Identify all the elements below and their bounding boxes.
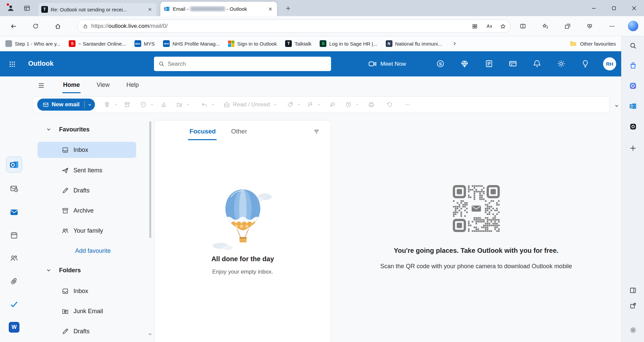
add-favourite-button[interactable]: Add favourite xyxy=(75,243,111,259)
folder-inbox[interactable]: Inbox xyxy=(38,283,136,299)
payments-icon[interactable] xyxy=(506,57,520,70)
sidebar-popout-icon[interactable] xyxy=(626,299,640,312)
mail-icon[interactable] xyxy=(7,206,21,219)
read-unread-dropdown-icon[interactable] xyxy=(273,99,278,110)
settings-gear-icon[interactable] xyxy=(554,57,568,70)
refresh-button[interactable] xyxy=(30,20,42,32)
delete-button[interactable] xyxy=(102,99,112,110)
folder-pane-scrollbar[interactable] xyxy=(149,121,152,339)
snooze-button[interactable] xyxy=(343,99,354,110)
move-to-dropdown-icon[interactable] xyxy=(185,99,191,110)
address-bar[interactable]: https://outlook.live.com/mail/0/ xyxy=(77,19,511,33)
undo-button[interactable] xyxy=(384,99,395,110)
favorite-item[interactable]: S~ Santander Online... xyxy=(69,40,126,47)
read-unread-button[interactable]: Read / Unread xyxy=(222,101,272,108)
maximize-button[interactable] xyxy=(604,0,624,16)
browser-tab-inactive[interactable]: T Re: Outlook not sending or recei... xyxy=(38,2,157,16)
other-favourites-button[interactable]: Other favourites xyxy=(570,41,616,47)
tips-lightbulb-icon[interactable] xyxy=(579,57,592,70)
read-aloud-icon[interactable] xyxy=(483,21,494,32)
workspaces-icon[interactable] xyxy=(21,3,32,13)
sidebar-add-icon[interactable] xyxy=(626,141,640,155)
tab-other[interactable]: Other xyxy=(231,128,247,135)
filter-icon[interactable] xyxy=(311,126,321,136)
browser-tab-active[interactable]: Email - - Outlook xyxy=(160,2,277,16)
premium-diamond-icon[interactable] xyxy=(458,57,471,70)
sidebar-settings-icon[interactable] xyxy=(626,323,640,337)
attachments-icon[interactable] xyxy=(7,275,21,288)
favorites-icon[interactable] xyxy=(539,20,551,32)
account-avatar[interactable]: RH xyxy=(603,57,616,70)
settings-menu-icon[interactable] xyxy=(606,20,618,32)
tab-home[interactable]: Home xyxy=(62,78,80,93)
app-launcher-icon[interactable] xyxy=(4,56,20,72)
favorite-item[interactable]: NHSNHS Profile Manag... xyxy=(163,40,220,47)
favorite-item[interactable]: BSAMYS xyxy=(135,40,155,47)
favourite-inbox[interactable]: Inbox xyxy=(38,142,136,158)
favourite-archive[interactable]: Archive xyxy=(38,203,136,219)
sidebar-m365-icon[interactable] xyxy=(626,79,640,93)
tab-close-icon[interactable] xyxy=(267,6,274,12)
favorite-item[interactable]: NNational flu immuni... xyxy=(386,40,442,47)
rail-outlook-button[interactable] xyxy=(6,157,22,173)
folder-pane-toggle-icon[interactable] xyxy=(34,78,48,93)
calendar-icon[interactable] xyxy=(7,229,21,242)
back-button[interactable] xyxy=(7,20,19,32)
home-button[interactable] xyxy=(52,20,64,32)
favourite-your-family[interactable]: Your family xyxy=(38,223,136,239)
move-to-button[interactable] xyxy=(174,99,185,110)
favourite-sent-items[interactable]: Sent Items xyxy=(38,162,136,178)
new-email-dropdown-icon[interactable] xyxy=(85,99,95,111)
favorite-item[interactable]: Step 1 - Who are y... xyxy=(5,40,60,47)
word-icon[interactable]: W xyxy=(9,322,19,333)
browser-essentials-icon[interactable] xyxy=(584,20,596,32)
categorize-button[interactable] xyxy=(285,99,296,110)
minimize-button[interactable] xyxy=(584,0,604,16)
outlook-wordmark[interactable]: Outlook xyxy=(28,60,54,67)
favourites-section-header[interactable]: Favourites xyxy=(46,122,90,137)
skype-icon[interactable]: S xyxy=(434,57,447,70)
reply-button[interactable] xyxy=(199,99,210,110)
pin-button[interactable] xyxy=(327,99,338,110)
notifications-bell-icon[interactable] xyxy=(530,57,544,70)
search-box[interactable] xyxy=(154,57,331,71)
flag-dropdown-icon[interactable] xyxy=(316,99,322,110)
copilot-icon[interactable] xyxy=(628,21,638,31)
tab-view[interactable]: View xyxy=(96,78,110,93)
favorite-item[interactable]: SLog in to Sage HR |... xyxy=(320,40,377,47)
more-commands-icon[interactable] xyxy=(402,99,413,110)
toolbar-collapse-icon[interactable] xyxy=(612,102,621,110)
folders-section-header[interactable]: Folders xyxy=(46,263,81,278)
favorite-item[interactable]: Sign in to Outlook xyxy=(228,41,277,47)
browser-profile-button[interactable] xyxy=(5,3,17,13)
sidebar-panel-icon[interactable] xyxy=(626,284,640,297)
close-window-button[interactable] xyxy=(624,0,644,16)
folder-junk-email[interactable]: Junk Email xyxy=(38,303,136,319)
report-button[interactable] xyxy=(138,99,149,110)
sidebar-outlook-icon[interactable] xyxy=(626,99,640,113)
split-screen-icon[interactable] xyxy=(517,20,529,32)
people-icon[interactable] xyxy=(7,251,21,265)
print-button[interactable] xyxy=(366,99,377,110)
new-tab-button[interactable] xyxy=(284,4,292,12)
flag-button[interactable] xyxy=(305,99,316,110)
m365-apps-icon[interactable] xyxy=(482,57,496,70)
scrollbar-thumb[interactable] xyxy=(149,121,151,238)
sidebar-search-icon[interactable] xyxy=(626,39,640,52)
report-dropdown-icon[interactable] xyxy=(149,99,155,110)
mail-history-icon[interactable] xyxy=(7,182,21,195)
sidebar-shopping-icon[interactable] xyxy=(626,59,640,72)
search-input[interactable] xyxy=(168,61,326,67)
new-email-button[interactable]: New email xyxy=(37,99,95,111)
favourite-drafts[interactable]: Drafts xyxy=(38,182,136,198)
sidebar-app-dark-icon[interactable] xyxy=(626,120,640,133)
delete-dropdown-icon[interactable] xyxy=(113,99,118,110)
favorites-overflow-icon[interactable] xyxy=(450,40,459,48)
todo-icon[interactable] xyxy=(7,298,21,311)
sweep-button[interactable] xyxy=(158,99,169,110)
folder-drafts[interactable]: Drafts xyxy=(38,323,136,339)
apps-available-icon[interactable] xyxy=(469,21,480,32)
meet-now-button[interactable]: Meet Now xyxy=(368,51,406,76)
collections-icon[interactable] xyxy=(561,20,574,32)
tab-help[interactable]: Help xyxy=(126,78,140,93)
